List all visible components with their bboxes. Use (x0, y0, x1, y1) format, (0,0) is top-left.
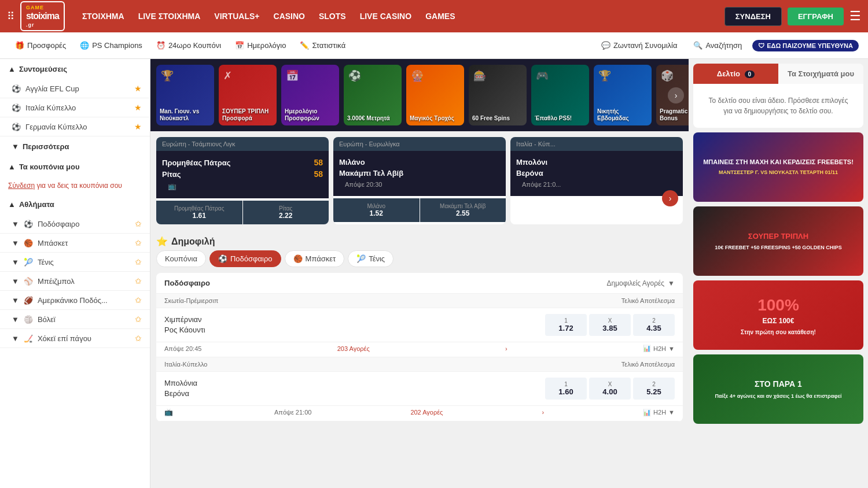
sidebar-sport-hockey[interactable]: ▼ 🏒 Χόκεϊ επί πάγου ✩ (0, 329, 150, 348)
star-icon-2[interactable]: ★ (134, 103, 142, 112)
subnav-search[interactable]: 🔍 Αναζήτηση (687, 38, 748, 53)
match-2-competition: Ευρώπη - Ευρωλίγκα (333, 137, 506, 151)
sidebar-item-germany[interactable]: ⚽ Γερμανία Κύπελλο ★ (0, 117, 150, 136)
subnav-stats[interactable]: ✏️ Στατιστικά (294, 38, 351, 53)
carousel-item-magic-wheel[interactable]: 🎡 Μαγικός Τροχός (406, 65, 464, 125)
star-icon-bball[interactable]: ✩ (135, 238, 142, 247)
h2h-btn-2[interactable]: 📊 H2H ▼ (643, 409, 675, 416)
tab-tennis[interactable]: 🎾 Τένις (348, 250, 393, 267)
subnav-ps-champions-label: PS Champions (92, 41, 142, 50)
safe-gaming-badge[interactable]: 🛡 ΕΔΩ ΠΑΙΖΟΥΜΕ ΥΠΕΥΘΥΝΑ (752, 40, 859, 51)
carousel-item-ps5[interactable]: 🎮 Έπαθλο PS5! (531, 65, 589, 125)
sidebar-sport-volleyball[interactable]: ▼ 🏐 Βόλεϊ ✩ (0, 310, 150, 329)
nav-casino[interactable]: CASINO (274, 12, 305, 21)
carousel-item-offer[interactable]: 📅 Ημερολόγιο Προσφορών (281, 65, 339, 125)
match-1-bet1-value: 1.61 (159, 212, 240, 220)
nav-live-casino[interactable]: LIVE CASINO (360, 12, 411, 21)
bet-2-2[interactable]: 2 5.25 (633, 378, 675, 400)
star-icon[interactable]: ★ (134, 84, 142, 93)
promo-super-triple[interactable]: ΣΟΥΠΕΡ ΤΡΙΠΛΗ 10€ FREEBET +50 FREESPINS … (693, 206, 863, 276)
chart-icon-2: 📊 (643, 409, 651, 416)
sports-header[interactable]: ▲ Αθλήματα (0, 194, 150, 215)
star-icon-beizbol[interactable]: ✩ (135, 276, 142, 286)
logo[interactable]: GAME stoixima .gr (20, 1, 65, 32)
shortcuts-header[interactable]: ▲ Συντομεύσεις (0, 59, 150, 79)
nav-slots[interactable]: SLOTS (319, 12, 346, 21)
clock-icon: ⏰ (156, 41, 165, 50)
carousel-item-winner[interactable]: 🏆 Νικητής Εβδομάδας (594, 65, 652, 125)
login-button[interactable]: ΣΥΝΔΕΣΗ (724, 7, 782, 26)
more-header[interactable]: ▼ Περισσότερα (0, 136, 150, 157)
login-text: για να δεις τα κουπόνια σου (36, 182, 122, 190)
carousel-item-super-triple[interactable]: ✗ ΣΟΥΠΕΡ ΤΡΙΠΛΗ Προσφορά (219, 65, 277, 125)
match-3-time: Απόψε 21:0... (522, 181, 561, 188)
sidebar-sport-american[interactable]: ▼ 🏈 Αμερικάνικο Ποδός... ✩ (0, 291, 150, 310)
hamburger-icon[interactable]: ☰ (849, 9, 861, 24)
match-2-bet1[interactable]: Μιλάνο 1.52 (333, 198, 420, 222)
my-bets-tab[interactable]: Τα Στοιχήματά μου (778, 64, 863, 84)
nav-virtuals[interactable]: VIRTUALS+ (214, 12, 259, 21)
more-markets-1[interactable]: 203 Αγορές (337, 345, 370, 352)
star-icon-3[interactable]: ★ (134, 122, 142, 131)
nav-stoixima[interactable]: ΣΤΟΙΧΗΜΑ (82, 12, 124, 21)
coupons-header[interactable]: ▲ Τα κουπόνια μου (0, 157, 150, 177)
subnav-prosfores[interactable]: 🎁 Προσφορές (9, 38, 72, 53)
popular-tabs: Κουπόνια ⚽ Ποδόσφαιρο 🏀 Μπάσκετ 🎾 Τένις (156, 250, 683, 267)
carousel-arrow-right[interactable]: › (668, 87, 684, 103)
match-card-3: Ιταλία - Κύπ... Μπολόνι Βερόνα Απόψε 21:… (510, 137, 683, 224)
tab-coupons[interactable]: Κουπόνια (156, 250, 206, 267)
register-button[interactable]: ΕΓΓΡΑΦΗ (788, 8, 844, 25)
star-icon-tennis[interactable]: ✩ (135, 257, 142, 267)
subnav-live-chat[interactable]: 💬 Ζωντανή Συνομιλία (595, 38, 683, 53)
nav-games[interactable]: GAMES (425, 12, 455, 21)
carousel-item-countdown[interactable]: ⚽ 3.000€ Μετρητά (344, 65, 402, 125)
logo-area: ⠿ GAME stoixima .gr (7, 1, 65, 32)
login-link[interactable]: Σύνδεση (8, 182, 35, 190)
events-carousel: 🏆 Man. Γιουν. vs Νιούκαστλ ✗ ΣΟΥΠΕΡ ΤΡΙΠ… (150, 59, 689, 131)
carousel-countdown-label: 3.000€ Μετρητά (347, 115, 398, 122)
dice-icon: 🎲 (661, 69, 674, 82)
sidebar-sport-football[interactable]: ▼ ⚽ Ποδόσφαιρο ✩ (0, 215, 150, 234)
tab-tennis-icon: 🎾 (356, 254, 366, 263)
sidebar-sport-tennis[interactable]: ▼ 🎾 Τένις ✩ (0, 253, 150, 272)
match-1-bet2[interactable]: Ρίτας 2.22 (243, 201, 329, 224)
grid-icon[interactable]: ⠿ (7, 10, 14, 23)
sidebar-item-efl[interactable]: ⚽ Αγγλία EFL Cup ★ (0, 79, 150, 98)
bet-2-x[interactable]: Χ 4.00 (589, 378, 631, 400)
match-row-2: Μπολόνια Βερόνα 1 1.60 Χ 4.00 2 (156, 372, 683, 406)
subnav-search-label: Αναζήτηση (705, 41, 742, 50)
subnav-calendar[interactable]: 📅 Ημερολόγιο (229, 38, 292, 53)
star-icon-volleyball[interactable]: ✩ (135, 315, 142, 324)
bet-2-1[interactable]: 1 1.60 (545, 378, 587, 400)
sport-section-right[interactable]: Δημοφιλείς Αγορές ▼ (606, 279, 675, 287)
more-markets-2[interactable]: 202 Αγορές (410, 409, 443, 416)
promo-100-bonus[interactable]: 100% ΕΩΣ 100€ Στην πρώτη σου κατάθεση! (693, 280, 863, 350)
tab-football[interactable]: ⚽ Ποδόσφαιρο (209, 250, 281, 267)
bet-1-1[interactable]: 1 1.72 (545, 314, 587, 336)
star-icon-american[interactable]: ✩ (135, 295, 142, 305)
carousel-item-ps-champions[interactable]: 🏆 Man. Γιουν. vs Νιούκαστλ (156, 65, 214, 125)
promo-para1[interactable]: ΣΤΟ ΠΑΡΑ 1 Παίξε 4+ αγώνες και αν χάσεις… (693, 354, 863, 424)
subnav-ps-champions[interactable]: 🌐 PS Champions (74, 38, 148, 53)
promo-100-title: 100% (741, 294, 816, 316)
promo-ps-champions[interactable]: ΜΠΑΙΝΕΙΣ ΣΤΗ ΜΑΧΗ ΚΑΙ ΚΕΡΔΙΖΕΙΣ FREEBETS… (693, 132, 863, 202)
match-arrow-right[interactable]: › (662, 190, 678, 206)
betslip-tab-active[interactable]: Δελτίο 0 (693, 64, 778, 84)
match-1-bet1[interactable]: Προμηθέας Πάτρας 1.61 (156, 201, 242, 224)
star-icon-hockey[interactable]: ✩ (135, 334, 142, 343)
bet-1-2[interactable]: 2 4.35 (633, 314, 675, 336)
carousel-item-free-spins[interactable]: 🎰 60 Free Spins (469, 65, 527, 125)
popular-header: ⭐ Δημοφιλή (156, 230, 683, 250)
sidebar-sport-basketball[interactable]: ▼ 🏀 Μπάσκετ ✩ (0, 234, 150, 253)
coupon-login-prompt: Σύνδεση για να δεις τα κουπόνια σου (0, 177, 150, 194)
match-2-bet2[interactable]: Μακάμπι Τελ Αβίβ 2.55 (420, 198, 506, 222)
tab-basketball[interactable]: 🏀 Μπάσκετ (285, 250, 345, 267)
sidebar-item-italia[interactable]: ⚽ Ιταλία Κύπελλο ★ (0, 98, 150, 117)
h2h-btn-1[interactable]: 📊 H2H ▼ (643, 345, 675, 352)
star-icon-football[interactable]: ✩ (135, 219, 142, 228)
nav-live[interactable]: LIVE ΣΤΟΙΧΗΜΑ (138, 12, 201, 21)
bet-1-x[interactable]: Χ 3.85 (589, 314, 631, 336)
sidebar-sport-beizbol[interactable]: ▼ ⚾ Μπέιζμπολ ✩ (0, 272, 150, 291)
subnav-coupon[interactable]: ⏰ 24ωρο Κουπόνι (150, 38, 227, 53)
football-badge-icon: 🏆 (161, 69, 174, 82)
